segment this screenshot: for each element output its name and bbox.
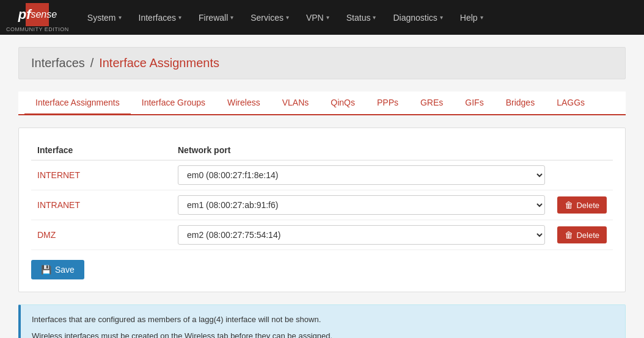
delete-button-dmz[interactable]: 🗑 Delete xyxy=(557,226,607,243)
tab-wireless[interactable]: Wireless xyxy=(216,92,271,115)
nav-status-label: Status xyxy=(346,13,371,23)
trash-icon: 🗑 xyxy=(565,200,573,210)
port-cell-internet: em0 (08:00:27:f1:8e:14) xyxy=(172,160,551,190)
nav-help-arrow: ▾ xyxy=(480,14,483,21)
logo-box: pfsense xyxy=(26,3,49,26)
tab-interface-assignments[interactable]: Interface Assignments xyxy=(24,92,131,115)
nav-services-label: Services xyxy=(251,13,284,23)
port-select-dmz[interactable]: em2 (08:00:27:75:54:14) xyxy=(178,225,545,245)
nav-vpn[interactable]: VPN ▾ xyxy=(298,0,338,35)
action-cell-intranet: 🗑 Delete xyxy=(551,190,613,220)
tab-gres[interactable]: GREs xyxy=(409,92,454,115)
table-row: DMZ em2 (08:00:27:75:54:14) 🗑 Delete xyxy=(31,220,613,250)
tab-gifs[interactable]: GIFs xyxy=(454,92,494,115)
nav-services-arrow: ▾ xyxy=(286,14,289,21)
delete-button-intranet[interactable]: 🗑 Delete xyxy=(557,196,607,214)
nav-interfaces-label: Interfaces xyxy=(139,13,176,23)
col-header-interface: Interface xyxy=(31,140,172,160)
brand-logo[interactable]: pfsense COMMUNITY EDITION xyxy=(6,3,69,32)
logo-name: sense xyxy=(31,9,57,20)
breadcrumb-separator: / xyxy=(90,56,94,70)
nav-status[interactable]: Status ▾ xyxy=(338,0,385,35)
save-label: Save xyxy=(55,265,75,275)
nav-help[interactable]: Help ▾ xyxy=(452,0,492,35)
save-icon: 💾 xyxy=(41,265,51,275)
nav-status-arrow: ▾ xyxy=(373,14,376,21)
tab-laggs[interactable]: LAGGs xyxy=(546,92,596,115)
nav-system[interactable]: System ▾ xyxy=(79,0,130,35)
col-header-actions xyxy=(551,140,613,160)
nav-interfaces-arrow: ▾ xyxy=(178,14,181,21)
logo-text: pf xyxy=(18,7,31,23)
save-button[interactable]: 💾 Save xyxy=(31,260,84,279)
port-select-internet[interactable]: em0 (08:00:27:f1:8e:14) xyxy=(178,165,545,185)
delete-label-dmz: Delete xyxy=(576,231,599,240)
table-row: INTERNET em0 (08:00:27:f1:8e:14) xyxy=(31,160,613,190)
info-message-2: Wireless interfaces must be created on t… xyxy=(32,330,614,338)
port-select-intranet[interactable]: em1 (08:00:27:ab:91:f6) xyxy=(178,195,545,215)
tab-ppps[interactable]: PPPs xyxy=(366,92,409,115)
page-container: Interfaces / Interface Assignments Inter… xyxy=(0,35,644,338)
nav-diagnostics[interactable]: Diagnostics ▾ xyxy=(384,0,451,35)
nav-vpn-label: VPN xyxy=(306,13,324,23)
interface-table: Interface Network port INTERNET em0 (08:… xyxy=(31,140,613,250)
port-cell-intranet: em1 (08:00:27:ab:91:f6) xyxy=(172,190,551,220)
nav-firewall[interactable]: Firewall ▾ xyxy=(190,0,242,35)
col-header-network-port: Network port xyxy=(172,140,551,160)
brand-edition: COMMUNITY EDITION xyxy=(6,26,69,32)
tabs-bar: Interface Assignments Interface Groups W… xyxy=(18,92,626,115)
breadcrumb: Interfaces / Interface Assignments xyxy=(18,47,626,79)
tab-qinqs[interactable]: QinQs xyxy=(320,92,366,115)
action-cell-internet xyxy=(551,160,613,190)
content-area: Interface Network port INTERNET em0 (08:… xyxy=(18,128,626,292)
breadcrumb-current: Interface Assignments xyxy=(99,56,219,70)
interface-name-dmz: DMZ xyxy=(31,220,172,250)
action-cell-dmz: 🗑 Delete xyxy=(551,220,613,250)
nav-vpn-arrow: ▾ xyxy=(326,14,329,21)
trash-icon-dmz: 🗑 xyxy=(565,230,573,240)
nav-services[interactable]: Services ▾ xyxy=(242,0,298,35)
interface-name-intranet: INTRANET xyxy=(31,190,172,220)
tab-bridges[interactable]: Bridges xyxy=(495,92,546,115)
info-message-1: Interfaces that are configured as member… xyxy=(32,314,614,326)
delete-label-intranet: Delete xyxy=(576,201,599,210)
nav-interfaces[interactable]: Interfaces ▾ xyxy=(130,0,190,35)
navbar: pfsense COMMUNITY EDITION System ▾ Inter… xyxy=(0,0,644,35)
info-box: Interfaces that are configured as member… xyxy=(18,304,626,338)
nav-diagnostics-arrow: ▾ xyxy=(440,14,443,21)
nav-system-arrow: ▾ xyxy=(119,14,122,21)
port-cell-dmz: em2 (08:00:27:75:54:14) xyxy=(172,220,551,250)
tab-interface-groups[interactable]: Interface Groups xyxy=(131,92,216,115)
tab-vlans[interactable]: VLANs xyxy=(271,92,320,115)
nav-firewall-label: Firewall xyxy=(199,13,228,23)
interface-name-internet: INTERNET xyxy=(31,160,172,190)
nav-diagnostics-label: Diagnostics xyxy=(393,13,437,23)
nav-help-label: Help xyxy=(460,13,478,23)
table-row: INTRANET em1 (08:00:27:ab:91:f6) 🗑 Delet… xyxy=(31,190,613,220)
breadcrumb-parent: Interfaces xyxy=(31,56,85,70)
nav-firewall-arrow: ▾ xyxy=(230,14,233,21)
nav-system-label: System xyxy=(87,13,116,23)
